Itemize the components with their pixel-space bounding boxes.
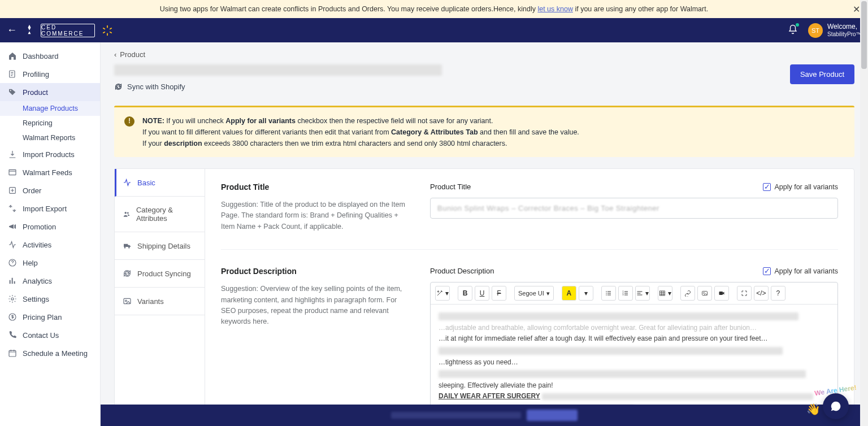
chat-launcher-button[interactable] bbox=[823, 393, 849, 419]
sidebar-item-label: Pricing Plan bbox=[23, 313, 62, 321]
sidebar-item-settings[interactable]: Settings bbox=[0, 290, 100, 308]
product-title-input[interactable]: Bunion Splint Wraps – Corrector Braces –… bbox=[430, 198, 838, 219]
save-product-button[interactable]: Save Product bbox=[790, 64, 854, 84]
alert-link[interactable]: let us know bbox=[537, 5, 573, 13]
page-scrollbar[interactable] bbox=[860, 0, 868, 426]
apply-all-variants-title-checkbox[interactable]: ✓ Apply for all variants bbox=[763, 183, 838, 191]
svg-rect-2 bbox=[110, 27, 112, 29]
sidebar-item-activities[interactable]: Activities bbox=[0, 236, 100, 254]
section-hint-desc: Suggestion: Overview of the key selling … bbox=[221, 284, 413, 328]
sidebar-item-help[interactable]: Help bbox=[0, 254, 100, 272]
section-heading-title: Product Title bbox=[221, 182, 413, 192]
editor-bold-button[interactable]: B bbox=[458, 286, 472, 301]
navbar: ← CED COMMERCE ST Welcome, StabilityPro™ bbox=[0, 18, 868, 42]
sidebar-item-label: Activities bbox=[23, 241, 51, 249]
sync-with-shopify-button[interactable]: Sync with Shopify bbox=[114, 82, 790, 91]
editor-clear-format-button[interactable]: F bbox=[492, 286, 506, 301]
svg-rect-4 bbox=[103, 27, 106, 29]
editor-fullscreen-button[interactable] bbox=[737, 286, 752, 301]
editor-toolbar: ▾ B U F Segoe UI ▾ A bbox=[431, 282, 837, 305]
welcome-username: StabilityPro™ bbox=[827, 31, 861, 37]
svg-rect-22 bbox=[607, 295, 611, 295]
editor-magic-button[interactable]: ▾ bbox=[435, 286, 450, 301]
product-card: Basic Category & Attributes Shipping Det… bbox=[114, 168, 854, 426]
sidebar-item-order[interactable]: Order bbox=[0, 181, 100, 199]
notifications-button[interactable] bbox=[788, 24, 798, 36]
sidebar-item-label: Contact Us bbox=[23, 331, 59, 340]
editor-link-button[interactable] bbox=[680, 286, 695, 301]
notification-dot-icon bbox=[796, 23, 799, 27]
checkbox-checked-icon: ✓ bbox=[763, 267, 771, 275]
svg-rect-30 bbox=[637, 293, 641, 294]
svg-point-7 bbox=[10, 90, 11, 91]
editor-underline-button[interactable]: U bbox=[475, 286, 489, 301]
sidebar-item-label: Walmart Feeds bbox=[23, 168, 72, 177]
vtab-variants[interactable]: Variants bbox=[115, 288, 205, 315]
editor-code-button[interactable]: </> bbox=[754, 286, 769, 301]
editor-ol-button[interactable]: 123 bbox=[618, 286, 633, 301]
editor-image-button[interactable] bbox=[697, 286, 712, 301]
svg-rect-5 bbox=[110, 31, 112, 33]
walmart-spark-icon bbox=[101, 24, 114, 37]
svg-rect-21 bbox=[607, 293, 611, 294]
vtab-shipping-details[interactable]: Shipping Details bbox=[115, 232, 205, 260]
avatar[interactable]: ST bbox=[808, 23, 823, 38]
sidebar-item-analytics[interactable]: Analytics bbox=[0, 272, 100, 290]
sidebar-item-label: Order bbox=[23, 186, 41, 195]
sidebar-item-import-export[interactable]: Import Export bbox=[0, 199, 100, 218]
section-heading-desc: Product Description bbox=[221, 267, 413, 276]
sidebar: Dashboard Profiling Product Manage Produ… bbox=[0, 42, 101, 426]
editor-text-color-button[interactable]: A bbox=[562, 286, 576, 301]
svg-rect-26 bbox=[624, 292, 628, 292]
sidebar-item-label: Schedule a Meeting bbox=[23, 349, 88, 358]
welcome-label: Welcome, bbox=[827, 23, 861, 31]
editor-ul-button[interactable] bbox=[601, 286, 616, 301]
sidebar-sub-repricing[interactable]: Repricing bbox=[0, 116, 100, 131]
sidebar-item-contact-us[interactable]: Contact Us bbox=[0, 326, 100, 344]
sidebar-item-walmart-feeds[interactable]: Walmart Feeds bbox=[0, 163, 100, 181]
section-hint-title: Suggestion: Title of the product to be d… bbox=[221, 199, 413, 232]
svg-rect-35 bbox=[719, 292, 723, 295]
desc-fragment: DAILY WEAR AFTER SURGERY bbox=[439, 392, 540, 400]
vtab-product-syncing[interactable]: Product Syncing bbox=[115, 260, 205, 288]
sidebar-item-label: Analytics bbox=[23, 277, 52, 285]
sidebar-sub-walmart-reports[interactable]: Walmart Reports bbox=[0, 131, 100, 145]
field-label-product-title: Product Title bbox=[430, 182, 471, 191]
sidebar-item-promotion[interactable]: Promotion bbox=[0, 218, 100, 236]
editor-table-button[interactable]: ▾ bbox=[658, 286, 672, 301]
apply-all-variants-desc-checkbox[interactable]: ✓ Apply for all variants bbox=[763, 267, 838, 275]
editor-text-color-dropdown[interactable]: ▾ bbox=[579, 286, 593, 301]
sidebar-sub-manage-products[interactable]: Manage Products bbox=[0, 101, 100, 116]
footer-pill-redacted bbox=[527, 410, 578, 421]
breadcrumb[interactable]: ‹ Product bbox=[114, 50, 854, 59]
desc-fragment: …tightness as you need… bbox=[439, 357, 830, 368]
vtab-category-attributes[interactable]: Category & Attributes bbox=[115, 197, 205, 232]
brand-block: CED COMMERCE bbox=[24, 24, 114, 37]
svg-rect-31 bbox=[637, 295, 643, 295]
sidebar-item-profiling[interactable]: Profiling bbox=[0, 65, 100, 83]
scrollbar-thumb[interactable] bbox=[861, 1, 867, 69]
alert-close-icon[interactable]: ✕ bbox=[853, 4, 860, 15]
alert-text-pre: Using two apps for Walmart can create co… bbox=[160, 5, 538, 13]
sidebar-item-schedule-meeting[interactable]: Schedule a Meeting bbox=[0, 344, 100, 362]
sidebar-item-product[interactable]: Product bbox=[0, 83, 100, 101]
vtab-basic[interactable]: Basic bbox=[115, 169, 205, 197]
sidebar-item-dashboard[interactable]: Dashboard bbox=[0, 47, 100, 65]
sidebar-item-pricing-plan[interactable]: Pricing Plan bbox=[0, 308, 100, 326]
svg-rect-32 bbox=[660, 291, 665, 295]
editor-video-button[interactable] bbox=[714, 286, 729, 301]
svg-point-18 bbox=[606, 293, 607, 294]
editor-font-select[interactable]: Segoe UI ▾ bbox=[514, 286, 554, 301]
nav-back-icon[interactable]: ← bbox=[7, 24, 17, 36]
editor-help-button[interactable]: ? bbox=[771, 286, 785, 301]
checkbox-checked-icon: ✓ bbox=[763, 183, 771, 191]
sidebar-item-label: Product bbox=[23, 88, 48, 97]
rich-text-editor: ▾ B U F Segoe UI ▾ A bbox=[430, 282, 838, 407]
content-area: ‹ Product Sync with Shopify Save Product… bbox=[101, 42, 868, 426]
editor-body[interactable]: …adjustable and breathable, allowing com… bbox=[431, 305, 837, 406]
welcome-block[interactable]: Welcome, StabilityPro™ bbox=[827, 23, 861, 37]
sidebar-item-import-products[interactable]: Import Products bbox=[0, 145, 100, 163]
editor-align-button[interactable]: ▾ bbox=[635, 286, 650, 301]
svg-text:3: 3 bbox=[622, 294, 623, 296]
svg-point-19 bbox=[606, 294, 607, 295]
